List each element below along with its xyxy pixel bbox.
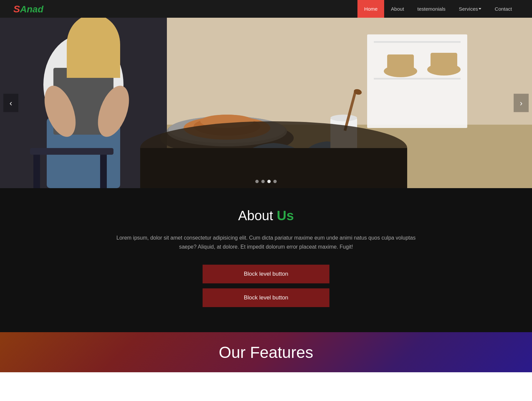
svg-rect-33 xyxy=(431,53,457,70)
nav-links: Home About testemonials Services Contact xyxy=(357,0,519,18)
carousel-indicators xyxy=(255,180,277,183)
nav-item-home: Home xyxy=(357,0,384,18)
brand-logo[interactable]: SAnad xyxy=(13,3,43,15)
svg-rect-35 xyxy=(67,44,120,78)
indicator-2[interactable] xyxy=(261,180,265,183)
about-title-highlight: Us xyxy=(277,208,294,223)
about-title-main: About xyxy=(238,208,277,223)
svg-rect-31 xyxy=(387,54,414,71)
features-title: Our Features xyxy=(219,343,313,362)
indicator-3[interactable] xyxy=(267,180,271,183)
nav-item-testemonials: testemonials xyxy=(411,0,452,18)
svg-point-23 xyxy=(330,115,357,121)
svg-rect-27 xyxy=(367,34,467,128)
nav-link-about[interactable]: About xyxy=(384,0,411,18)
nav-item-contact: Contact xyxy=(488,0,519,18)
svg-rect-11 xyxy=(30,148,113,155)
brand-rest: Anad xyxy=(20,4,43,14)
nav-link-services[interactable]: Services xyxy=(452,0,488,18)
indicator-4[interactable] xyxy=(273,180,277,183)
nav-item-services: Services xyxy=(452,0,488,18)
features-section: Our Features xyxy=(0,332,532,372)
svg-rect-18 xyxy=(207,115,247,123)
carousel-prev-button[interactable]: ‹ xyxy=(3,94,18,112)
nav-link-contact[interactable]: Contact xyxy=(488,0,519,18)
block-button-2[interactable]: Block level button xyxy=(203,288,329,307)
chevron-down-icon xyxy=(479,8,481,10)
carousel-next-button[interactable]: › xyxy=(514,94,529,112)
hero-carousel: ‹ › xyxy=(0,18,532,188)
svg-rect-10 xyxy=(100,151,107,188)
svg-rect-9 xyxy=(33,151,40,188)
services-label: Services xyxy=(459,6,478,12)
block-button-1[interactable]: Block level button xyxy=(203,265,329,283)
nav-link-home[interactable]: Home xyxy=(357,0,384,18)
about-section: About Us Lorem ipsum, dolor sit amet con… xyxy=(0,188,532,332)
nav-link-testemonials[interactable]: testemonials xyxy=(411,0,452,18)
svg-rect-28 xyxy=(374,41,461,43)
navbar: SAnad Home About testemonials Services C… xyxy=(0,0,532,18)
about-title: About Us xyxy=(7,208,525,223)
nav-item-about: About xyxy=(384,0,411,18)
svg-rect-29 xyxy=(374,78,461,80)
about-description: Lorem ipsum, dolor sit amet consectetur … xyxy=(116,233,416,251)
pottery-svg xyxy=(0,18,532,188)
brand-s: S xyxy=(13,3,20,14)
indicator-1[interactable] xyxy=(255,180,259,183)
carousel-image xyxy=(0,18,532,188)
